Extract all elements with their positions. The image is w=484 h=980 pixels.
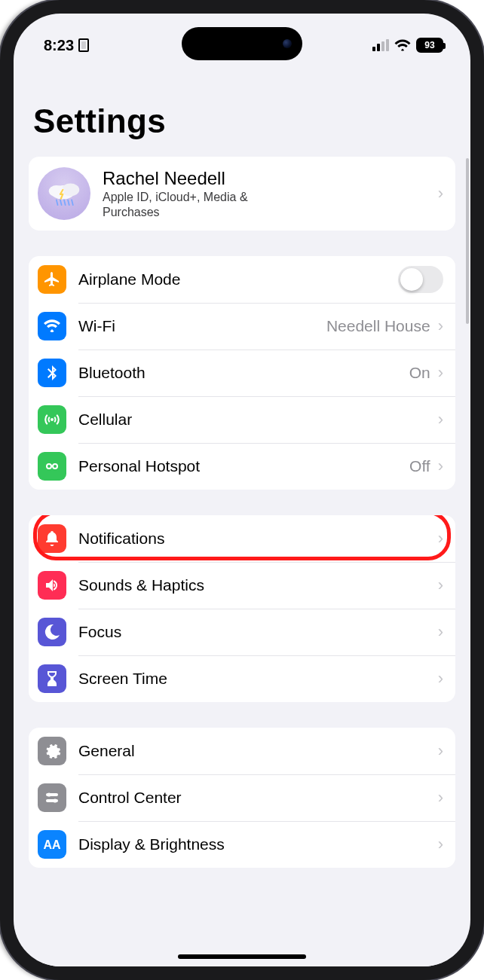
row-label: Sounds & Haptics (78, 576, 435, 594)
display-brightness-row[interactable]: AA Display & Brightness › (29, 821, 455, 868)
row-label: General (78, 742, 435, 760)
row-value: Needell House (326, 317, 430, 335)
chevron-right-icon: › (438, 835, 443, 854)
row-value: On (409, 364, 430, 382)
chevron-right-icon: › (438, 410, 443, 429)
svg-point-6 (53, 798, 57, 802)
cellular-icon (38, 405, 66, 434)
hotspot-icon (38, 452, 66, 481)
profile-name: Rachel Needell (103, 168, 423, 189)
settings-group-general: General › Control Center › AA Display & … (29, 728, 455, 868)
front-camera-icon (283, 39, 292, 48)
row-label: Cellular (78, 411, 435, 429)
hotspot-row[interactable]: Personal Hotspot Off › (29, 443, 455, 490)
row-label: Focus (78, 623, 435, 641)
airplane-mode-row[interactable]: Airplane Mode (29, 256, 455, 303)
home-indicator[interactable] (178, 954, 306, 959)
wifi-row[interactable]: Wi-Fi Needell House › (29, 303, 455, 350)
general-row[interactable]: General › (29, 728, 455, 774)
row-label: Personal Hotspot (78, 457, 409, 475)
row-label: Notifications (78, 530, 435, 548)
airplane-icon (38, 265, 66, 294)
row-label: Control Center (78, 789, 435, 807)
profile-card: Rachel Needell Apple ID, iCloud+, Media … (29, 157, 455, 230)
sliders-icon (38, 783, 66, 812)
sim-icon (78, 38, 89, 52)
svg-point-1 (62, 184, 80, 197)
settings-group-connectivity: Airplane Mode Wi-Fi Needell House › Blue… (29, 256, 455, 490)
chevron-right-icon: › (438, 184, 443, 203)
notifications-row[interactable]: Notifications › (29, 515, 455, 562)
wifi-icon (394, 39, 411, 51)
bluetooth-icon (38, 359, 66, 387)
row-value: Off (409, 457, 430, 475)
status-time: 8:23 (44, 37, 74, 54)
status-left: 8:23 (44, 37, 89, 54)
apple-id-row[interactable]: Rachel Needell Apple ID, iCloud+, Media … (29, 157, 455, 230)
bluetooth-row[interactable]: Bluetooth On › (29, 350, 455, 396)
cellular-row[interactable]: Cellular › (29, 396, 455, 443)
row-label: Display & Brightness (78, 835, 435, 853)
hourglass-icon (38, 664, 66, 693)
avatar (38, 167, 90, 220)
content[interactable]: Settings Rachel Needell Apple ID, iCloud… (14, 60, 470, 966)
profile-text: Rachel Needell Apple ID, iCloud+, Media … (103, 168, 423, 220)
status-right: 93 (372, 38, 443, 53)
row-label: Wi-Fi (78, 317, 326, 335)
gear-icon (38, 737, 66, 765)
svg-text:AA: AA (43, 838, 61, 851)
chevron-right-icon: › (438, 788, 443, 808)
airplane-mode-toggle[interactable] (398, 266, 443, 293)
row-label: Bluetooth (78, 364, 409, 382)
scrollbar[interactable] (466, 158, 469, 324)
chevron-right-icon: › (438, 622, 443, 642)
bell-icon (38, 524, 66, 553)
cellular-signal-icon (372, 39, 389, 51)
wifi-row-icon (38, 312, 66, 340)
dynamic-island (182, 27, 302, 60)
moon-icon (38, 618, 66, 646)
screen: 8:23 93 Settings R (14, 14, 470, 966)
chevron-right-icon: › (438, 669, 443, 688)
chevron-right-icon: › (438, 456, 443, 476)
row-label: Screen Time (78, 670, 435, 688)
screen-time-row[interactable]: Screen Time › (29, 655, 455, 702)
control-center-row[interactable]: Control Center › (29, 774, 455, 821)
sounds-row[interactable]: Sounds & Haptics › (29, 562, 455, 609)
chevron-right-icon: › (438, 316, 443, 336)
battery-level: 93 (416, 38, 443, 53)
battery-indicator: 93 (416, 38, 443, 53)
focus-row[interactable]: Focus › (29, 609, 455, 655)
profile-subtitle: Apple ID, iCloud+, Media & Purchases (103, 190, 291, 220)
device-frame: 8:23 93 Settings R (0, 0, 484, 980)
chevron-right-icon: › (438, 529, 443, 548)
chevron-right-icon: › (438, 575, 443, 595)
chevron-right-icon: › (438, 741, 443, 761)
page-title: Settings (33, 102, 451, 140)
svg-point-5 (47, 792, 51, 796)
display-icon: AA (38, 830, 66, 859)
speaker-icon (38, 571, 66, 600)
chevron-right-icon: › (438, 363, 443, 383)
row-label: Airplane Mode (78, 270, 398, 289)
settings-group-notifications: Notifications › Sounds & Haptics › Focus… (29, 515, 455, 702)
